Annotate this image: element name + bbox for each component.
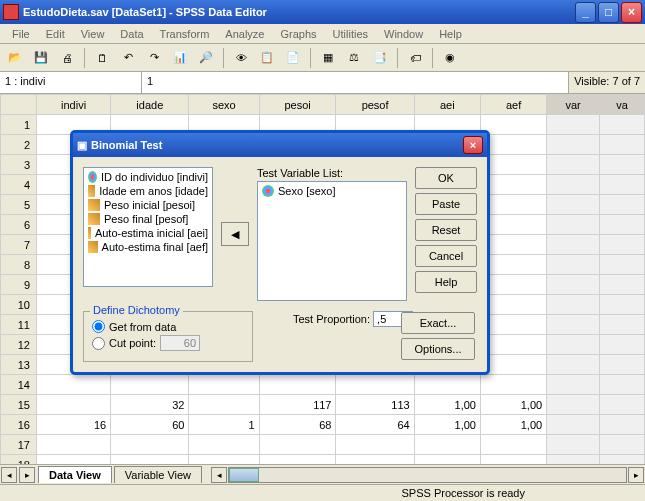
cell[interactable]: 60	[111, 415, 189, 435]
cell[interactable]: 1,00	[480, 395, 546, 415]
menu-view[interactable]: View	[73, 26, 113, 41]
cell-address[interactable]: 1 : indivi	[0, 72, 142, 93]
cell[interactable]	[480, 155, 546, 175]
insert-var-icon[interactable]: 📄	[282, 47, 304, 69]
cell[interactable]	[37, 435, 111, 455]
cell[interactable]	[547, 275, 600, 295]
cell[interactable]: 16	[37, 415, 111, 435]
col-var[interactable]: var	[547, 95, 600, 115]
cell[interactable]	[480, 435, 546, 455]
cell[interactable]	[480, 255, 546, 275]
open-icon[interactable]: 📂	[4, 47, 26, 69]
cell[interactable]	[600, 355, 645, 375]
menu-window[interactable]: Window	[376, 26, 431, 41]
print-icon[interactable]: 🖨	[56, 47, 78, 69]
cell[interactable]: 1,00	[414, 415, 480, 435]
menu-utilities[interactable]: Utilities	[325, 26, 376, 41]
tab-nav-first[interactable]: ◂	[1, 467, 17, 483]
cell[interactable]	[37, 375, 111, 395]
cell[interactable]	[414, 375, 480, 395]
cell[interactable]	[37, 395, 111, 415]
scroll-right-icon[interactable]: ▸	[628, 467, 644, 483]
dialog-close-button[interactable]: ×	[463, 136, 483, 154]
list-item[interactable]: Peso inicial [pesoi]	[86, 198, 210, 212]
cell[interactable]	[600, 315, 645, 335]
tab-data-view[interactable]: Data View	[38, 466, 112, 483]
goto-case-icon[interactable]: 🔎	[195, 47, 217, 69]
cell[interactable]	[480, 235, 546, 255]
cell[interactable]	[600, 195, 645, 215]
cell[interactable]	[547, 375, 600, 395]
cell[interactable]	[547, 335, 600, 355]
cell[interactable]	[547, 175, 600, 195]
cell[interactable]	[259, 375, 336, 395]
tab-nav-prev[interactable]: ▸	[19, 467, 35, 483]
menu-edit[interactable]: Edit	[38, 26, 73, 41]
cell[interactable]	[600, 135, 645, 155]
cell[interactable]	[111, 375, 189, 395]
cell[interactable]	[547, 135, 600, 155]
cell[interactable]	[547, 415, 600, 435]
col-pesof[interactable]: pesof	[336, 95, 414, 115]
get-from-data-radio[interactable]: Get from data	[92, 320, 244, 333]
table-row[interactable]: 161660168641,001,00	[1, 415, 645, 435]
cell[interactable]	[480, 135, 546, 155]
paste-button[interactable]: Paste	[415, 193, 477, 215]
cell[interactable]: 64	[336, 415, 414, 435]
cell[interactable]: 113	[336, 395, 414, 415]
cell[interactable]	[480, 295, 546, 315]
cell[interactable]	[189, 375, 259, 395]
list-item[interactable]: Auto-estima final [aef]	[86, 240, 210, 254]
cell[interactable]: 32	[111, 395, 189, 415]
options-button[interactable]: Options...	[401, 338, 475, 360]
scroll-thumb[interactable]	[229, 468, 259, 482]
col-pesoi[interactable]: pesoi	[259, 95, 336, 115]
scroll-left-icon[interactable]: ◂	[211, 467, 227, 483]
cell[interactable]	[547, 235, 600, 255]
dialog-titlebar[interactable]: ▣ Binomial Test ×	[73, 133, 487, 157]
cell[interactable]: 1,00	[414, 395, 480, 415]
menu-graphs[interactable]: Graphs	[272, 26, 324, 41]
cell[interactable]	[189, 435, 259, 455]
cell[interactable]: 117	[259, 395, 336, 415]
cell[interactable]	[547, 395, 600, 415]
col-sexo[interactable]: sexo	[189, 95, 259, 115]
cell[interactable]	[547, 155, 600, 175]
exact-button[interactable]: Exact...	[401, 312, 475, 334]
redo-icon[interactable]: ↷	[143, 47, 165, 69]
goto-chart-icon[interactable]: 📊	[169, 47, 191, 69]
cell[interactable]	[480, 335, 546, 355]
cell[interactable]	[336, 375, 414, 395]
menu-analyze[interactable]: Analyze	[217, 26, 272, 41]
cell[interactable]	[600, 215, 645, 235]
cell-value[interactable]: 1	[142, 72, 568, 93]
table-row[interactable]: 15321171131,001,00	[1, 395, 645, 415]
cell[interactable]	[336, 435, 414, 455]
cell[interactable]	[547, 295, 600, 315]
split-icon[interactable]: ▦	[317, 47, 339, 69]
weight-icon[interactable]: ⚖	[343, 47, 365, 69]
table-row[interactable]: 14	[1, 375, 645, 395]
cell[interactable]	[111, 435, 189, 455]
cell[interactable]	[547, 315, 600, 335]
cell[interactable]	[600, 275, 645, 295]
cell[interactable]	[547, 435, 600, 455]
cell[interactable]	[547, 195, 600, 215]
list-item[interactable]: Idade em anos [idade]	[86, 184, 210, 198]
cell[interactable]	[480, 315, 546, 335]
menu-file[interactable]: File	[4, 26, 38, 41]
menu-data[interactable]: Data	[112, 26, 151, 41]
cell[interactable]	[480, 275, 546, 295]
cell[interactable]	[480, 215, 546, 235]
cut-point-radio[interactable]: Cut point:	[92, 335, 244, 351]
col-aei[interactable]: aei	[414, 95, 480, 115]
cell[interactable]	[547, 355, 600, 375]
insert-case-icon[interactable]: 📋	[256, 47, 278, 69]
cell[interactable]	[480, 375, 546, 395]
value-labels-icon[interactable]: 🏷	[404, 47, 426, 69]
cell[interactable]	[600, 175, 645, 195]
cell[interactable]	[600, 115, 645, 135]
table-row[interactable]: 17	[1, 435, 645, 455]
cell[interactable]	[480, 115, 546, 135]
move-variable-button[interactable]: ◀	[221, 222, 249, 246]
